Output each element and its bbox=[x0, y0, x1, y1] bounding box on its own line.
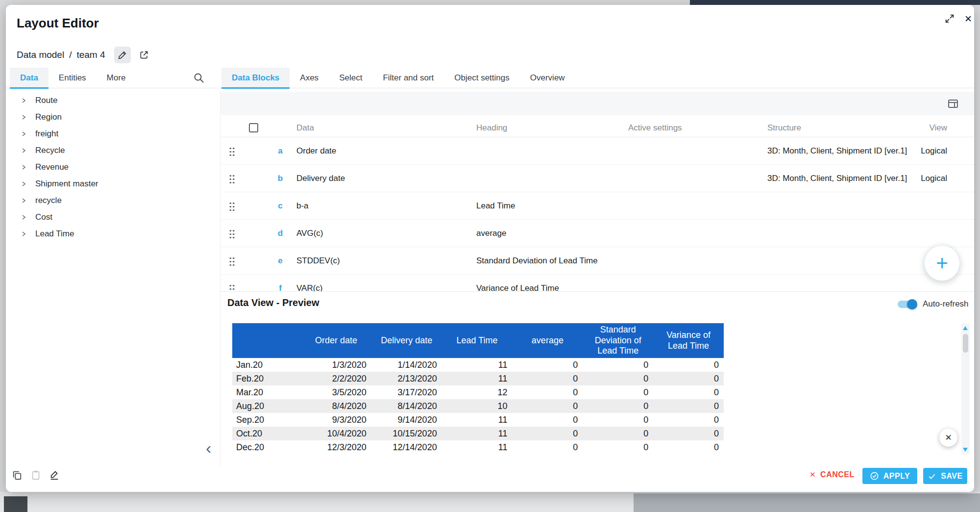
block-structure: 3D: Month, Client, Shipment ID [ver.1] bbox=[767, 165, 907, 192]
breadcrumb-root[interactable]: Data model bbox=[17, 50, 64, 60]
block-heading: Standard Deviation of Lead Time bbox=[476, 247, 598, 275]
column-header-active-settings: Active settings bbox=[628, 123, 682, 133]
tree-item-revenue[interactable]: Revenue bbox=[10, 159, 216, 176]
tab-entities[interactable]: Entities bbox=[49, 68, 97, 88]
sign-button[interactable] bbox=[48, 469, 61, 482]
dialog-footer: ✕ CANCEL APPLY SAVE bbox=[6, 466, 974, 487]
tree-item-shipment-master[interactable]: Shipment master bbox=[10, 176, 216, 192]
edit-name-button[interactable] bbox=[114, 47, 131, 63]
paste-button[interactable] bbox=[29, 469, 42, 482]
save-button[interactable]: SAVE bbox=[923, 468, 967, 484]
blocks-toolbar bbox=[220, 92, 974, 115]
data-tree: Route Region freight Recycle Revenue Shi… bbox=[10, 92, 216, 242]
preview-cell: 0 bbox=[653, 429, 724, 439]
close-preview-button[interactable]: ✕ bbox=[939, 429, 957, 447]
drag-handle-icon[interactable] bbox=[228, 137, 235, 165]
close-icon: ✕ bbox=[945, 433, 952, 443]
preview-table-body: Jan.20 1/3/2020 1/14/2020 11 0 0 0 Feb.2… bbox=[232, 358, 724, 454]
preview-cell: 0 bbox=[583, 442, 653, 453]
tab-axes[interactable]: Axes bbox=[290, 68, 329, 88]
block-row-b[interactable]: b Delivery date 3D: Month, Client, Shipm… bbox=[220, 165, 974, 192]
tab-data-label: Data bbox=[20, 73, 38, 83]
tab-filter-and-sort[interactable]: Filter and sort bbox=[372, 68, 444, 88]
tree-item-recycle[interactable]: Recycle bbox=[10, 142, 216, 159]
chevron-right-icon[interactable] bbox=[21, 114, 26, 120]
drag-handle-icon[interactable] bbox=[228, 275, 235, 291]
toggle-knob-icon bbox=[907, 299, 917, 309]
cancel-button[interactable]: ✕ CANCEL bbox=[809, 470, 855, 479]
search-button[interactable] bbox=[193, 72, 205, 84]
block-data: Delivery date bbox=[296, 165, 345, 192]
block-row-f[interactable]: f VAR(c) Variance of Lead Time bbox=[220, 275, 974, 291]
chevron-right-icon[interactable] bbox=[21, 214, 26, 220]
block-heading: Variance of Lead Time bbox=[476, 275, 559, 291]
preview-cell: 3/5/2020 bbox=[301, 387, 371, 398]
chevron-right-icon[interactable] bbox=[21, 181, 26, 187]
scroll-thumb[interactable] bbox=[963, 334, 968, 353]
tab-data[interactable]: Data bbox=[10, 68, 49, 88]
tab-object-settings[interactable]: Object settings bbox=[444, 68, 519, 88]
apply-button[interactable]: APPLY bbox=[862, 468, 917, 484]
chevron-right-icon[interactable] bbox=[21, 148, 26, 154]
right-panel-tabs: Data Blocks Axes Select Filter and sort … bbox=[221, 68, 575, 88]
preview-scrollbar[interactable] bbox=[961, 323, 970, 455]
preview-cell: 12 bbox=[442, 387, 513, 398]
tree-item-label: Shipment master bbox=[35, 179, 98, 189]
preview-cell: 8/4/2020 bbox=[301, 401, 371, 411]
tab-overview[interactable]: Overview bbox=[520, 68, 575, 88]
tab-select-label: Select bbox=[339, 73, 362, 83]
preview-header-cell: Delivery date bbox=[371, 323, 442, 358]
auto-refresh-label: Auto-refresh bbox=[923, 299, 969, 309]
block-row-e[interactable]: e STDDEV(c) Standard Deviation of Lead T… bbox=[220, 247, 974, 275]
chevron-right-icon[interactable] bbox=[21, 98, 26, 103]
clipboard-icon bbox=[30, 470, 41, 481]
open-external-button[interactable] bbox=[136, 47, 152, 63]
tree-item-freight[interactable]: freight bbox=[10, 126, 216, 142]
tree-item-cost[interactable]: Cost bbox=[10, 209, 216, 226]
collapse-left-panel-button[interactable]: ‹ bbox=[206, 439, 211, 456]
tab-more-label: More bbox=[107, 73, 126, 83]
expand-window-button[interactable] bbox=[943, 12, 956, 26]
auto-refresh-control: Auto-refresh bbox=[898, 299, 969, 309]
column-header-data: Data bbox=[296, 123, 314, 133]
block-row-c[interactable]: c b-a Lead Time bbox=[220, 192, 974, 220]
preview-cell: 0 bbox=[653, 415, 724, 425]
table-view-button[interactable] bbox=[947, 97, 960, 110]
external-link-icon bbox=[139, 50, 149, 60]
chevron-right-icon[interactable] bbox=[21, 164, 26, 170]
tab-axes-label: Axes bbox=[300, 73, 318, 83]
preview-cell: 0 bbox=[653, 387, 724, 398]
auto-refresh-toggle[interactable] bbox=[898, 301, 916, 308]
tree-item-recycle-2[interactable]: recycle bbox=[10, 192, 216, 209]
tab-more[interactable]: More bbox=[97, 68, 136, 88]
copy-button[interactable] bbox=[11, 469, 24, 482]
scroll-down-icon[interactable] bbox=[963, 448, 968, 452]
preview-cell: 0 bbox=[653, 374, 724, 384]
block-row-d[interactable]: d AVG(c) average bbox=[220, 220, 974, 247]
chevron-right-icon[interactable] bbox=[21, 131, 26, 137]
drag-handle-icon[interactable] bbox=[228, 192, 235, 220]
drag-handle-icon[interactable] bbox=[228, 165, 235, 192]
tree-item-region[interactable]: Region bbox=[10, 109, 216, 126]
add-block-button[interactable]: + bbox=[924, 245, 960, 281]
chevron-right-icon[interactable] bbox=[21, 231, 26, 237]
preview-cell: Dec.20 bbox=[232, 442, 301, 453]
preview-cell: 0 bbox=[653, 401, 724, 411]
close-dialog-button[interactable]: ✕ bbox=[961, 12, 975, 26]
tab-data-blocks[interactable]: Data Blocks bbox=[221, 68, 290, 88]
drag-handle-icon[interactable] bbox=[228, 220, 235, 247]
block-letter: d bbox=[272, 220, 289, 247]
block-heading: average bbox=[476, 220, 506, 247]
tree-item-lead-time[interactable]: Lead Time bbox=[10, 226, 216, 242]
drag-handle-icon[interactable] bbox=[228, 247, 235, 275]
preview-cell: 0 bbox=[512, 374, 583, 384]
preview-cell: 11 bbox=[442, 415, 513, 425]
tab-select[interactable]: Select bbox=[329, 68, 372, 88]
preview-header-cell: Variance of Lead Time bbox=[653, 323, 724, 358]
scroll-up-icon[interactable] bbox=[963, 326, 968, 330]
block-row-a[interactable]: a Order date 3D: Month, Client, Shipment… bbox=[220, 137, 974, 165]
tree-item-route[interactable]: Route bbox=[10, 92, 216, 109]
chevron-right-icon[interactable] bbox=[21, 198, 26, 204]
block-heading: Lead Time bbox=[476, 192, 515, 220]
select-all-checkbox[interactable] bbox=[249, 123, 258, 132]
